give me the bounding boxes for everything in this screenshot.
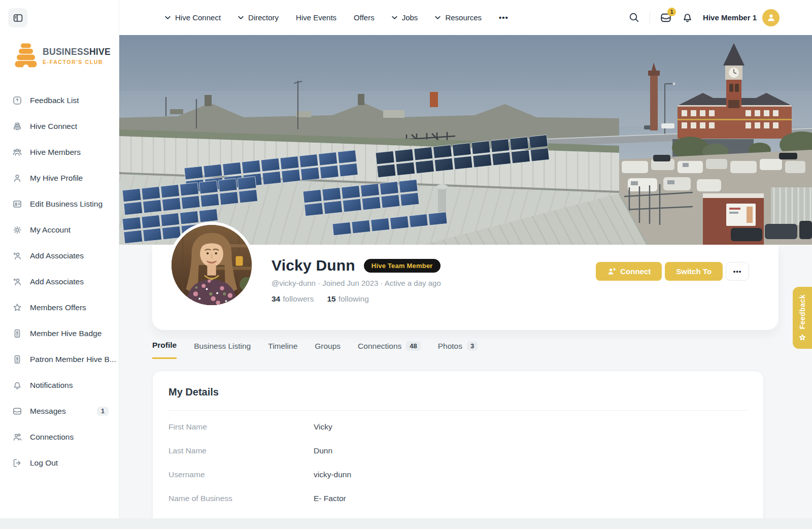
user-icon bbox=[12, 173, 22, 183]
nav-jobs[interactable]: Jobs bbox=[392, 13, 418, 22]
role-badge: Hive Team Member bbox=[364, 259, 441, 273]
nav-hive-connect[interactable]: Hive Connect bbox=[165, 13, 221, 22]
bell-icon bbox=[682, 12, 693, 23]
badge-card-icon bbox=[12, 328, 22, 339]
bell-icon bbox=[12, 380, 22, 390]
nav-resources[interactable]: Resources bbox=[435, 13, 482, 22]
profile-name: Vicky Dunn bbox=[272, 257, 355, 274]
my-details-card: My Details First Name Vicky Last Name Du… bbox=[152, 371, 764, 529]
detail-row-first-name: First Name Vicky bbox=[168, 415, 747, 439]
sidebar-item-hive-connect[interactable]: Hive Connect bbox=[0, 113, 119, 139]
details-title: My Details bbox=[168, 386, 747, 398]
sidebar-item-my-account[interactable]: My Account bbox=[0, 217, 119, 243]
chevron-down-icon bbox=[392, 16, 397, 20]
beehive-logo-icon bbox=[14, 43, 38, 69]
followers-stat[interactable]: 34followers bbox=[272, 294, 314, 304]
sidebar-toggle-icon bbox=[13, 13, 23, 23]
flower-icon bbox=[799, 334, 806, 341]
feedback-side-tab[interactable]: Feedback bbox=[793, 287, 812, 349]
sidebar-item-member-hive-badge[interactable]: Member Hive Badge bbox=[0, 320, 119, 346]
feedback-label: Feedback bbox=[798, 294, 806, 329]
more-actions-button[interactable]: ••• bbox=[726, 262, 749, 281]
switch-to-button[interactable]: Switch To bbox=[665, 262, 723, 281]
question-square-icon bbox=[12, 95, 22, 106]
sidebar-item-add-associates-2[interactable]: Add Associates bbox=[0, 269, 119, 294]
tab-profile[interactable]: Profile bbox=[152, 341, 177, 359]
user-plus-icon bbox=[607, 267, 616, 276]
sidebar-item-notifications[interactable]: Notifications bbox=[0, 372, 119, 398]
brand-tagline: E-FACTOR'S CLUB bbox=[43, 59, 111, 65]
inbox-count-badge: 1 bbox=[667, 8, 676, 16]
user-plus-icon bbox=[12, 251, 22, 261]
messages-count-badge: 1 bbox=[97, 407, 109, 416]
chevron-down-icon bbox=[238, 16, 244, 20]
sidebar-item-patron-member-hive-badge[interactable]: Patron Member Hive B... bbox=[0, 346, 119, 372]
brand-logo[interactable]: BUSINESSHIVE E-FACTOR'S CLUB bbox=[14, 43, 111, 69]
connect-button[interactable]: Connect bbox=[596, 262, 662, 281]
sidebar-item-edit-business-listing[interactable]: Edit Business Listing bbox=[0, 191, 119, 217]
star-icon bbox=[12, 303, 22, 313]
sidebar-item-members-offers[interactable]: Members Offers bbox=[0, 294, 119, 320]
nav-hive-events[interactable]: Hive Events bbox=[296, 13, 336, 22]
cover-photo bbox=[119, 35, 812, 245]
sidebar-item-my-hive-profile[interactable]: My Hive Profile bbox=[0, 165, 119, 191]
user-name: Hive Member 1 bbox=[703, 13, 757, 22]
detail-row-username: Username vicky-dunn bbox=[168, 462, 747, 486]
divider bbox=[650, 11, 650, 24]
photos-count-badge: 3 bbox=[467, 341, 478, 351]
sidebar-item-connections[interactable]: Connections bbox=[0, 424, 119, 450]
connections-count-badge: 48 bbox=[406, 341, 420, 351]
profile-meta: @vicky-dunn · Joined Jun 2023 · Active a… bbox=[272, 279, 441, 287]
search-icon bbox=[628, 12, 640, 23]
user-plus-icon bbox=[12, 277, 22, 287]
inbox-button[interactable]: 1 bbox=[660, 12, 672, 24]
users-icon bbox=[12, 147, 22, 157]
nav-more-button[interactable]: ••• bbox=[499, 13, 509, 22]
tab-connections[interactable]: Connections48 bbox=[358, 341, 421, 359]
gear-icon bbox=[12, 225, 22, 235]
profile-avatar-illustration bbox=[172, 225, 252, 305]
sidebar-item-feedback-list[interactable]: Feedback List bbox=[0, 87, 119, 113]
nav-directory[interactable]: Directory bbox=[238, 13, 279, 22]
notifications-button[interactable] bbox=[682, 12, 693, 23]
nav-offers[interactable]: Offers bbox=[354, 13, 375, 22]
sidebar-item-hive-members[interactable]: Hive Members bbox=[0, 139, 119, 165]
sidebar-item-messages[interactable]: Messages 1 bbox=[0, 398, 119, 424]
tab-business-listing[interactable]: Business Listing bbox=[194, 341, 251, 359]
following-stat[interactable]: 15following bbox=[327, 294, 369, 304]
chevron-down-icon bbox=[435, 16, 441, 20]
ellipsis-icon: ••• bbox=[733, 268, 742, 275]
top-navbar: Hive Connect Directory Hive Events Offer… bbox=[119, 0, 812, 35]
sidebar: BUSINESSHIVE E-FACTOR'S CLUB Feedback Li… bbox=[0, 0, 119, 518]
users-icon bbox=[12, 432, 22, 442]
inbox-icon bbox=[12, 406, 22, 416]
user-menu[interactable]: Hive Member 1 bbox=[703, 9, 780, 26]
detail-row-last-name: Last Name Dunn bbox=[168, 439, 747, 462]
sidebar-toggle-button[interactable] bbox=[8, 8, 27, 27]
profile-avatar[interactable] bbox=[168, 222, 255, 308]
id-card-icon bbox=[12, 199, 22, 209]
cover-photo-illustration bbox=[119, 35, 812, 245]
logout-icon bbox=[12, 458, 22, 468]
sidebar-item-log-out[interactable]: Log Out bbox=[0, 450, 119, 476]
brand-name: BUSINESSHIVE bbox=[43, 47, 111, 57]
profile-tabs: Profile Business Listing Timeline Groups… bbox=[152, 341, 478, 359]
divider bbox=[168, 410, 747, 411]
tab-timeline[interactable]: Timeline bbox=[268, 341, 297, 359]
chevron-down-icon bbox=[165, 16, 171, 20]
tab-groups[interactable]: Groups bbox=[315, 341, 341, 359]
beehive-icon bbox=[12, 121, 22, 131]
search-button[interactable] bbox=[628, 12, 640, 23]
sidebar-menu: Feedback List Hive Connect Hive Members … bbox=[0, 87, 119, 476]
tab-photos[interactable]: Photos3 bbox=[438, 341, 478, 359]
user-avatar-icon bbox=[762, 9, 780, 26]
badge-card-icon bbox=[12, 354, 22, 365]
horizontal-scrollbar-track[interactable] bbox=[0, 518, 812, 529]
sidebar-item-add-associates-1[interactable]: Add Associates bbox=[0, 243, 119, 269]
detail-row-name-of-business: Name of Business E- Factor bbox=[168, 486, 747, 510]
